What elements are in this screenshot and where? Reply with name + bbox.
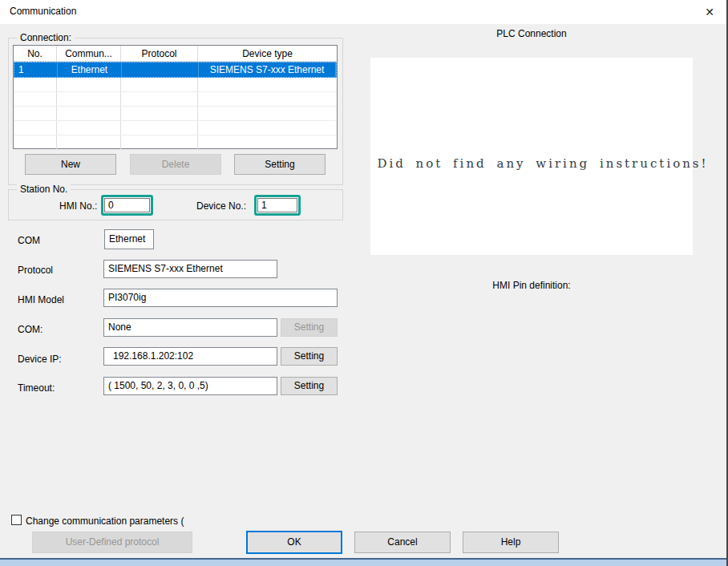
timeout-setting-button[interactable]: Setting (281, 377, 338, 395)
hmi-no-field-highlight (101, 195, 153, 216)
timeout-value-box: ( 1500, 50, 2, 3, 0, 0 ,5) (103, 377, 277, 395)
table-row-empty (14, 78, 337, 92)
table-row-empty (14, 107, 337, 121)
protocol-label: Protocol (18, 265, 53, 276)
wiring-message: Did not find any wiring instructions! (362, 156, 723, 171)
cancel-button[interactable]: Cancel (354, 532, 451, 553)
window-bottom-border (0, 558, 726, 566)
connection-table-header: No. Commun... Protocol Device type (14, 46, 337, 62)
header-no: No. (14, 46, 57, 61)
com-port-label: COM: (18, 324, 42, 335)
table-row-selected[interactable]: 1 Ethernet SIEMENS S7-xxx Ethernet (14, 62, 337, 78)
header-device-type: Device type (198, 46, 337, 61)
ok-button[interactable]: OK (246, 531, 342, 554)
help-button[interactable]: Help (463, 532, 559, 553)
device-no-input[interactable] (257, 198, 297, 212)
hmi-model-label: HMI Model (18, 294, 64, 305)
window-title: Communication (10, 6, 76, 17)
device-ip-label: Device IP: (18, 354, 62, 365)
delete-button: Delete (130, 154, 221, 175)
user-defined-protocol-button: User-Defined protocol (32, 532, 192, 553)
plc-connection-label: PLC Connection (370, 28, 693, 39)
table-row-empty (14, 92, 337, 107)
row-device-type: SIEMENS S7-xxx Ethernet (199, 63, 336, 77)
change-params-label: Change communication parameters ( (26, 515, 184, 527)
hmi-no-label: HMI No.: (59, 200, 97, 212)
table-row-empty (14, 135, 337, 150)
change-params-checkbox[interactable] (11, 515, 22, 525)
hmi-model-value-box: PI3070ig (103, 289, 338, 307)
device-no-field-highlight (254, 195, 301, 216)
header-protocol: Protocol (121, 46, 198, 61)
row-no: 1 (14, 63, 58, 77)
connection-table: No. Commun... Protocol Device type 1 Eth… (13, 45, 338, 149)
close-icon[interactable]: ✕ (701, 3, 718, 21)
com-port-setting-button: Setting (281, 318, 338, 337)
station-group-label: Station No. (17, 184, 71, 195)
hmi-pin-definition-label: HMI Pin definition: (370, 280, 693, 291)
new-button[interactable]: New (25, 154, 116, 175)
com-label: COM (18, 235, 40, 246)
titlebar: Communication ✕ (0, 0, 726, 24)
device-ip-setting-button[interactable]: Setting (281, 347, 338, 366)
communication-dialog: Communication ✕ Connection: No. Commun..… (0, 0, 728, 566)
device-ip-value-box: 192.168.1.202:102 (103, 347, 277, 366)
hmi-no-input[interactable] (104, 198, 150, 212)
protocol-value-box: SIEMENS S7-xxx Ethernet (103, 260, 277, 278)
row-communication: Ethernet (58, 63, 122, 77)
timeout-label: Timeout: (18, 382, 55, 394)
setting-button[interactable]: Setting (234, 154, 326, 175)
connection-group-label: Connection: (17, 32, 75, 43)
table-row-empty (14, 121, 337, 135)
com-port-value-box: None (103, 318, 277, 337)
com-value-box: Ethernet (104, 229, 154, 249)
header-communication: Commun... (57, 46, 121, 61)
device-no-label: Device No.: (196, 200, 246, 212)
row-protocol (122, 63, 199, 77)
